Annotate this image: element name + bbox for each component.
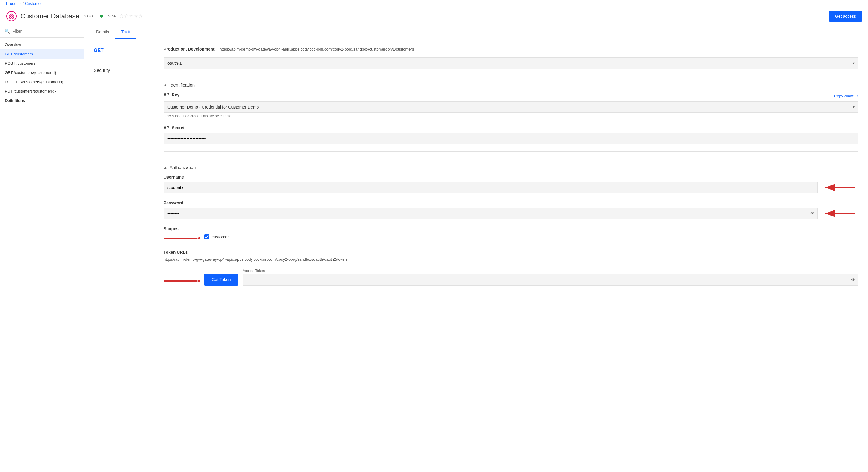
password-eye-icon[interactable]: 👁 <box>810 211 814 216</box>
scope-customer-checkbox[interactable] <box>205 235 209 239</box>
scope-customer-label: customer <box>212 235 229 239</box>
scopes-section: Scopes <box>163 226 858 243</box>
api-key-hint: Only subscribed credentials are selectab… <box>163 114 858 118</box>
token-urls-label: Token URLs <box>163 250 858 255</box>
api-secret-section: API Secret <box>163 125 858 144</box>
access-token-field: Access Token 👁 <box>243 269 858 286</box>
tabs-bar: Details Try it <box>84 25 868 39</box>
api-key-select[interactable]: Customer Demo - Credential for Customer … <box>163 101 858 113</box>
username-label: Username <box>163 175 858 179</box>
search-icon: 🔍 <box>5 29 10 34</box>
topbar: Customer Database 2.0.0 Online ☆☆☆☆☆ Get… <box>0 7 868 25</box>
identification-section: ▲ Identification API Key Copy client ID <box>163 76 858 144</box>
breadcrumb-separator: / <box>23 1 24 6</box>
api-key-label: API Key <box>163 92 180 97</box>
password-section: Password 👁 <box>163 201 858 219</box>
identification-header[interactable]: ▲ Identification <box>163 82 858 87</box>
api-key-section: API Key Copy client ID Customer Demo - C… <box>163 92 858 118</box>
authorization-section: ▲ Authorization Username <box>163 159 858 286</box>
filter-bar: 🔍 ⇌ <box>0 25 84 37</box>
http-method: GET <box>94 48 154 53</box>
sidebar-item-definitions[interactable]: Definitions <box>0 96 84 105</box>
token-urls-section: Token URLs https://apim-demo-gw-gateway-… <box>163 250 858 262</box>
username-section: Username <box>163 175 858 193</box>
security-label: Security <box>94 68 154 73</box>
app-logo <box>6 11 17 22</box>
auth-collapse-icon: ▲ <box>163 165 167 170</box>
collapse-icon: ▲ <box>163 83 167 87</box>
identification-title: Identification <box>169 82 195 87</box>
token-url-value: https://apim-demo-gw-gateway-cp4i-apic.a… <box>163 257 858 262</box>
scope-item-customer: customer <box>205 235 229 239</box>
sidebar-nav: Overview GET /customers POST /customers … <box>0 37 84 108</box>
oauth-select[interactable]: oauth-1 <box>163 57 858 69</box>
sidebar: 🔍 ⇌ Overview GET /customers POST /custom… <box>0 25 84 472</box>
sidebar-item-put-customer[interactable]: PUT /customers/{customerId} <box>0 87 84 96</box>
endpoint-row: Production, Development: https://apim-de… <box>163 47 858 51</box>
tab-try-it[interactable]: Try it <box>115 25 136 39</box>
status-badge: Online <box>100 14 116 18</box>
svg-point-1 <box>9 17 11 18</box>
get-token-arrow <box>163 276 199 286</box>
svg-point-0 <box>7 11 16 21</box>
sidebar-item-overview[interactable]: Overview <box>0 40 84 49</box>
breadcrumb-products[interactable]: Products <box>6 1 21 6</box>
tab-details[interactable]: Details <box>90 25 115 39</box>
password-arrow-annotation <box>822 209 858 218</box>
endpoint-url: https://apim-demo-gw-gateway-cp4i-apic.a… <box>219 47 414 51</box>
username-arrow-annotation <box>822 183 858 192</box>
sidebar-item-get-customer-by-id[interactable]: GET /customers/{customerId} <box>0 68 84 77</box>
sidebar-item-delete-customer[interactable]: DELETE /customers/{customerId} <box>0 77 84 87</box>
filter-options-icon[interactable]: ⇌ <box>75 29 79 34</box>
api-secret-input[interactable] <box>163 132 858 144</box>
authorization-title: Authorization <box>169 165 196 170</box>
username-input[interactable] <box>163 182 817 193</box>
main-content: Details Try it GET Security Production, … <box>84 25 868 472</box>
access-token-input[interactable] <box>243 274 858 286</box>
get-access-button[interactable]: Get access <box>829 11 862 22</box>
password-label: Password <box>163 201 858 205</box>
app-title: Customer Database <box>21 12 79 20</box>
password-arrow <box>822 209 858 218</box>
filter-input[interactable] <box>12 29 73 34</box>
copy-client-id-button[interactable]: Copy client ID <box>834 94 858 98</box>
right-column: Production, Development: https://apim-de… <box>163 47 858 286</box>
try-it-content: GET Security Production, Development: ht… <box>84 39 868 293</box>
breadcrumb-customer: Customer <box>25 1 42 6</box>
sidebar-item-post-customers[interactable]: POST /customers <box>0 59 84 68</box>
api-key-select-wrapper: Customer Demo - Credential for Customer … <box>163 101 858 113</box>
oauth-select-wrapper: oauth-1 ▾ <box>163 57 858 69</box>
production-label: Production, Development: <box>163 47 216 51</box>
status-dot <box>100 15 103 18</box>
left-column: GET Security <box>94 47 154 76</box>
app-version: 2.0.0 <box>84 14 93 18</box>
status-text: Online <box>104 14 116 18</box>
access-token-label: Access Token <box>243 269 858 273</box>
username-arrow <box>822 183 858 192</box>
password-input[interactable] <box>163 208 817 219</box>
scopes-label: Scopes <box>163 226 858 231</box>
get-token-button[interactable]: Get Token <box>205 273 238 286</box>
star-rating[interactable]: ☆☆☆☆☆ <box>119 13 143 19</box>
access-token-eye-icon[interactable]: 👁 <box>851 277 856 282</box>
api-secret-label: API Secret <box>163 125 858 130</box>
sidebar-item-get-customers[interactable]: GET /customers <box>0 49 84 59</box>
svg-point-2 <box>12 17 13 18</box>
authorization-header[interactable]: ▲ Authorization <box>163 165 858 170</box>
scopes-arrow <box>163 234 199 243</box>
